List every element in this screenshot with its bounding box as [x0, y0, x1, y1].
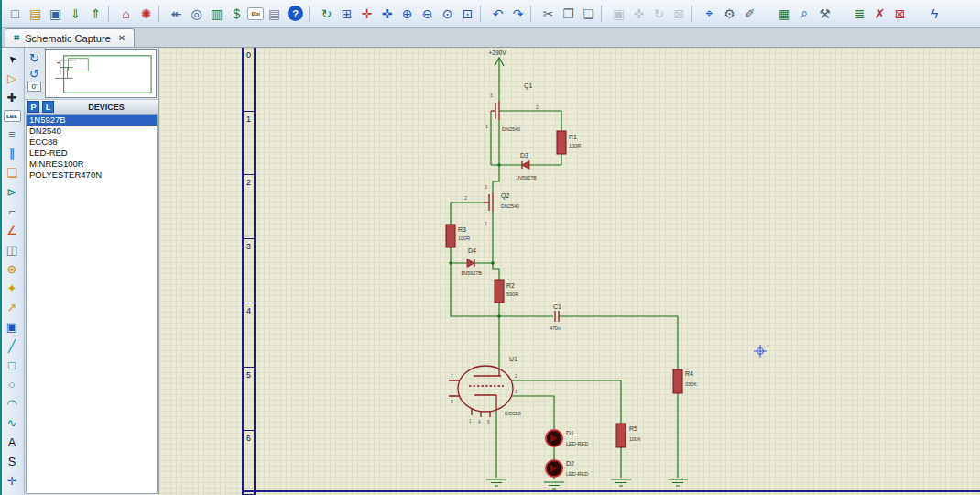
u1-pin1-label: 1 — [469, 419, 472, 424]
pick-parts-icon[interactable]: ⌖ — [700, 4, 719, 23]
component-d4[interactable]: D4 1N5927B — [461, 248, 482, 276]
component-d3[interactable]: D3 1N5927B — [516, 152, 537, 181]
ground-terminals[interactable] — [486, 479, 688, 489]
tab-close-icon[interactable]: ✕ — [118, 33, 125, 43]
2d-marker-mode-icon[interactable]: ✛ — [2, 471, 23, 490]
rotation-controls: ↻ ↺ 0' — [26, 50, 43, 98]
block-delete-icon[interactable]: ⊠ — [670, 4, 689, 23]
current-probe-mode-icon[interactable]: ↗ — [2, 298, 23, 317]
2d-text-mode-icon[interactable]: A — [2, 433, 23, 452]
proteus-window: □▤▣⇓⇑⌂✺↞◎▥$01n▤?↻⊞✛✜⊕⊖⊙⊡↶↷✂❐❏▣✜↻⊠⌖⚙✐▦⌕⚒≣… — [0, 0, 980, 495]
voltage-probe-mode-icon[interactable]: ✦ — [2, 279, 23, 298]
redraw-icon[interactable]: ↻ — [317, 4, 336, 23]
device-item[interactable]: DN2540 — [27, 126, 157, 137]
device-item[interactable]: POLYESTER470N — [27, 170, 157, 181]
exclude-icon[interactable]: ⊠ — [890, 4, 909, 23]
device-item[interactable]: ECC88 — [27, 137, 157, 148]
electrical-rules-icon[interactable]: ϟ — [925, 4, 944, 23]
open-folder-icon[interactable]: ▤ — [26, 4, 45, 23]
panel-top: ↻ ↺ 0' — [25, 48, 158, 99]
component-r3[interactable]: R3 100R — [446, 225, 470, 248]
toolbar-separator — [108, 6, 114, 22]
schematic-area[interactable]: 0123456 +290V — [159, 48, 980, 495]
undo-list-icon[interactable]: ↞ — [167, 4, 186, 23]
2d-box-mode-icon[interactable]: □ — [2, 356, 23, 375]
component-d2[interactable]: D2 LED-RED — [546, 460, 588, 477]
2d-arc-mode-icon[interactable]: ◠ — [2, 394, 23, 413]
tab-schematic-capture[interactable]: ⌗ Schematic Capture ✕ — [5, 28, 135, 47]
find-part-icon[interactable]: ◎ — [187, 4, 206, 23]
component-d1[interactable]: D1 LED-RED — [546, 430, 588, 446]
cut-icon[interactable]: ✂ — [539, 4, 558, 23]
wires[interactable] — [449, 111, 678, 479]
rotate-cw-button[interactable]: ↻ — [27, 50, 42, 65]
netlist-icon[interactable]: ▦ — [775, 4, 794, 23]
block-rotate-icon[interactable]: ↻ — [649, 4, 669, 23]
bom-icon[interactable]: ▥ — [207, 4, 226, 23]
virtual-instrument-mode-icon[interactable]: ▣ — [2, 317, 23, 336]
sheet-list-icon[interactable]: ≣ — [850, 4, 869, 23]
zoom-area-icon[interactable]: ⊡ — [458, 4, 477, 23]
block-copy-icon[interactable]: ▣ — [609, 4, 628, 23]
subcircuit-mode-icon[interactable]: ❏ — [2, 163, 23, 182]
component-q1[interactable]: Q1 DN2540 3 2 1 — [485, 82, 539, 132]
undo-icon[interactable]: ↶ — [488, 4, 507, 23]
search-icon[interactable]: ⌕ — [795, 4, 814, 23]
zoom-in-icon[interactable]: ⊕ — [397, 4, 417, 23]
junction-dot-mode-icon[interactable]: ✚ — [2, 88, 23, 107]
zoom-out-icon[interactable]: ⊖ — [418, 4, 437, 23]
component-r1[interactable]: R1 100R — [557, 131, 581, 154]
library-manager-button[interactable]: L — [42, 101, 54, 113]
terminal-mode-icon[interactable]: ⊳ — [2, 182, 23, 202]
device-pin-mode-icon[interactable]: ⌐ — [2, 202, 23, 221]
bus-mode-icon[interactable]: ∥ — [2, 144, 23, 163]
paste-icon[interactable]: ❏ — [579, 4, 598, 23]
component-q2[interactable]: Q2 DN2540 3 2 1 — [464, 184, 519, 226]
component-r5[interactable]: R5 100K — [616, 424, 641, 447]
devices-title: DEVICES — [57, 103, 156, 112]
mark-output-icon[interactable]: ✺ — [136, 4, 156, 23]
2d-line-mode-icon[interactable]: ╱ — [2, 336, 23, 356]
rotation-angle-display[interactable]: 0' — [27, 82, 41, 92]
graph-mode-icon[interactable]: ∠ — [2, 221, 23, 240]
design-tools-icon[interactable]: ⚒ — [815, 4, 834, 23]
u1-pin2-label: 2 — [515, 373, 517, 379]
configure-icon[interactable]: ⚙ — [720, 4, 739, 23]
text-script-mode-icon[interactable]: ≡ — [2, 125, 23, 144]
overview-minimap[interactable] — [45, 50, 157, 98]
grid-toggle-icon[interactable]: ⊞ — [337, 4, 356, 23]
remove-sheet-icon[interactable]: ✗ — [870, 4, 889, 23]
origin-icon[interactable]: ✛ — [357, 4, 376, 23]
wire-label-mode-icon[interactable]: LBL — [4, 110, 21, 122]
units-icon[interactable]: 01n — [247, 7, 264, 20]
tape-recorder-mode-icon[interactable]: ◫ — [2, 240, 23, 259]
device-item[interactable]: MINRES100R — [27, 159, 157, 170]
pan-icon[interactable]: ✜ — [377, 4, 397, 23]
cost-report-icon[interactable]: $ — [227, 4, 246, 23]
save-icon[interactable]: ▣ — [46, 4, 65, 23]
help-icon[interactable]: ? — [288, 6, 303, 21]
device-item[interactable]: LED-RED — [27, 148, 157, 159]
copy-icon[interactable]: ❐ — [559, 4, 578, 23]
component-u1[interactable]: U1 ECC88 7 8 2 3 1 4 5 — [449, 356, 521, 424]
2d-circle-mode-icon[interactable]: ○ — [2, 375, 23, 394]
block-move-icon[interactable]: ✜ — [629, 4, 648, 23]
component-c1[interactable]: C1 470n — [550, 303, 561, 331]
export-section-icon[interactable]: ⇑ — [86, 4, 105, 23]
property-assignment-icon[interactable]: ✐ — [740, 4, 759, 23]
design-notes-icon[interactable]: ▤ — [265, 4, 284, 23]
redo-icon[interactable]: ↷ — [508, 4, 528, 23]
device-item[interactable]: 1N5927B — [27, 115, 157, 126]
import-section-icon[interactable]: ⇓ — [66, 4, 85, 23]
pick-devices-button[interactable]: P — [27, 101, 39, 113]
component-r4[interactable]: R4 330K — [673, 369, 697, 393]
component-r2[interactable]: R2 590R — [495, 280, 518, 302]
rotate-ccw-button[interactable]: ↺ — [27, 66, 42, 81]
2d-path-mode-icon[interactable]: ∿ — [2, 413, 23, 433]
zoom-all-icon[interactable]: ⊙ — [438, 4, 457, 23]
new-file-icon[interactable]: □ — [5, 4, 25, 23]
board-view-icon[interactable]: ⌂ — [116, 4, 136, 23]
2d-symbol-mode-icon[interactable]: S — [2, 452, 23, 471]
generator-mode-icon[interactable]: ⊛ — [2, 259, 23, 279]
schematic-canvas[interactable]: +290V — [159, 48, 980, 495]
